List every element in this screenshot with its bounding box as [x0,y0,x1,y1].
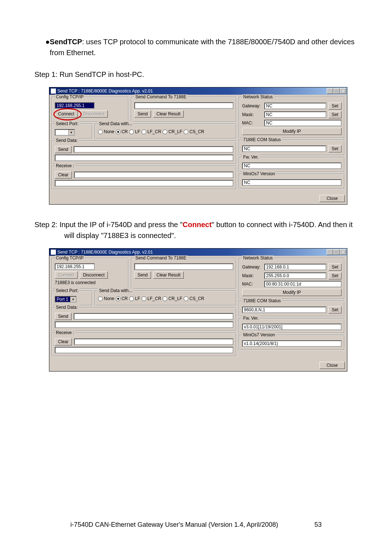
select-port-label: Select Port: [55,288,79,293]
step2-text: Step 2: Input the IP of i-7540D and pres… [34,219,359,241]
titlebar: Send TCP : 7188E/8000E Diagnostics App. … [49,249,347,256]
mask-set-button[interactable]: Set [328,111,342,118]
chevron-down-icon: ▼ [68,130,74,135]
titlebar: Send TCP : 7188E/8000E Diagnostics App. … [49,87,347,95]
gateway-set-button[interactable]: Set [328,102,342,110]
send-command-label: Send Command To 7188E [134,94,188,99]
connect-button: Connect [55,271,78,279]
mac-value: 00:80:31:00:01:1d [264,281,342,287]
minimize-button[interactable]: _ [327,249,333,255]
disconnect-button[interactable]: Disconnect [80,271,108,279]
ip-input[interactable]: 192.168.255.1 [55,263,95,270]
intro-rest: : uses TCP protocol to communicate with … [50,38,355,57]
sendtcp-window-1: Send TCP : 7188E/8000E Diagnostics App. … [49,87,347,205]
fwver-value: NC [242,163,342,169]
clear-result-button[interactable]: Clear Result [153,110,184,118]
chevron-down-icon: ▼ [70,297,76,302]
clear-button[interactable]: Clear [55,171,72,178]
radio-cscr[interactable]: CS_CR [184,296,204,301]
send-command-input[interactable] [134,102,233,109]
send-command-input[interactable] [134,263,233,270]
radio-cscr[interactable]: CS_CR [184,129,204,134]
clear-result-button[interactable]: Clear Result [153,271,184,279]
radio-crlf[interactable]: CR_LF [163,296,182,301]
com-set-button[interactable]: Set [328,145,342,152]
ip-input[interactable]: 192.168.255.1 [55,102,95,109]
radio-cr[interactable]: CR [116,129,128,134]
send-data-input[interactable] [74,146,233,153]
send-command-label: Send Command To 7188E [134,255,188,260]
app-icon [51,89,56,94]
page-footer: i-7540D CAN-Ethernet Gateway User's Manu… [0,521,392,529]
window-title: Send TCP : 7188E/8000E Diagnostics App. … [57,250,153,255]
sendtcp-window-2: Send TCP : 7188E/8000E Diagnostics App. … [49,248,347,372]
radio-none[interactable]: None [98,296,114,301]
minios-value: v1.0.14(2001/8/1) [242,340,342,347]
fwver-value: v3.0.01[11/19/2001] [242,324,342,330]
receive-label: Receive : [55,163,75,168]
com-status-value: 9600,8,N,1 [242,307,326,313]
minios-label: MiniOs7 Version [242,332,276,337]
mask-value: 255.255.0.0 [264,272,326,279]
minios-value: NC [242,179,342,186]
radio-lf[interactable]: LF [129,129,140,134]
send-data-with-label: Send Data with... [98,288,133,293]
close-window-button[interactable]: × [340,88,346,94]
send-data-button[interactable]: Send [55,146,72,153]
gateway-value: 192.168.0.1 [264,264,326,270]
mask-label: Mask: [242,273,262,278]
clear-button[interactable]: Clear [55,338,72,345]
mask-set-button[interactable]: Set [328,272,342,279]
mask-value: NC [264,111,326,118]
connect-highlight: Connect [183,221,212,229]
gateway-value: NC [264,103,326,109]
select-port-label: Select Port: [55,121,79,126]
radio-lf[interactable]: LF [129,296,140,301]
send-data-input[interactable] [74,313,233,320]
receive-input [74,338,233,345]
app-icon [51,250,56,255]
maximize-button: □ [333,88,340,94]
send-data-label: Send Data: [55,305,79,310]
receive-result [55,180,233,186]
send-cmd-button[interactable]: Send [134,271,151,279]
port-select[interactable]: Port 1▼ [55,296,77,303]
mac-label: MAC: [242,282,262,287]
radio-lfcr[interactable]: LF_CR [142,129,161,134]
disconnect-button: Disconnect [80,110,108,118]
close-button[interactable]: Close [319,362,345,369]
gateway-label: Gateway: [242,103,262,108]
page-number: 53 [314,521,322,529]
send-data-with-label: Send Data with... [98,121,133,126]
radio-lfcr[interactable]: LF_CR [142,296,161,301]
close-button[interactable]: Close [319,195,345,202]
connect-button[interactable]: Connect [55,110,78,118]
gateway-set-button[interactable]: Set [328,263,342,271]
com-status-value: NC [242,145,326,152]
minimize-button[interactable]: _ [327,88,333,94]
radio-none[interactable]: None [98,129,114,134]
footer-text: i-7540D CAN-Ethernet Gateway User's Manu… [70,521,278,529]
receive-result [55,347,233,353]
network-status-label: Network Status [242,255,274,260]
radio-cr[interactable]: CR [116,296,128,301]
send-data-button[interactable]: Send [55,313,72,320]
gateway-label: Gateway: [242,264,262,270]
fwver-label: Fw. Ver. [242,155,260,160]
send-data-result [55,155,233,161]
com-set-button[interactable]: Set [328,306,342,313]
port-select[interactable]: ▼ [55,129,75,136]
step1-text: Step 1: Run SendTCP in host-PC. [34,69,359,80]
modify-ip-button[interactable]: Modify IP [242,289,342,296]
fwver-label: Fw. Ver. [242,316,260,321]
bullet: ● [45,36,50,58]
connection-status: 7188E3 is connected [55,280,126,286]
intro-paragraph: ● SendTCP: uses TCP protocol to communic… [34,36,359,58]
close-window-button[interactable]: × [340,249,346,255]
intro-bold: SendTCP [50,38,82,46]
modify-ip-button[interactable]: Modify IP [242,128,342,135]
send-cmd-button[interactable]: Send [134,110,151,118]
radio-crlf[interactable]: CR_LF [163,129,182,134]
mask-label: Mask: [242,112,262,117]
maximize-button: □ [333,249,340,255]
